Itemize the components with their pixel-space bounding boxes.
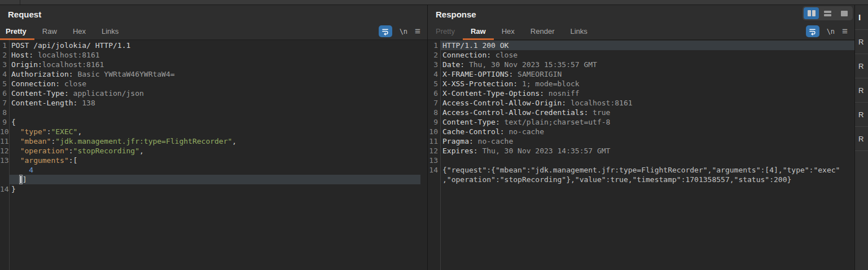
inspector-header[interactable]: I	[855, 5, 868, 30]
code-line: 12 "operation":"stopRecording",	[0, 146, 427, 156]
line-number: 11	[0, 136, 9, 146]
line-number: 10	[428, 127, 440, 136]
code-line: 4Authorization: Basic YWRtaW46YWRtaW4=	[0, 69, 427, 79]
code-line: 5X-XSS-Protection: 1; mode=block	[428, 79, 854, 88]
response-tab-hex[interactable]: Hex	[494, 23, 523, 39]
line-number: 7	[428, 98, 440, 108]
inspector-section[interactable]: R	[855, 54, 868, 78]
code-line: 6Content-Type: application/json	[0, 88, 427, 98]
code-line: 8Access-Control-Allow-Credentials: true	[428, 108, 854, 117]
line-number: 10	[0, 127, 9, 136]
tab-label: Hex	[502, 27, 515, 36]
code-line: 3Date: Thu, 30 Nov 2023 15:35:57 GMT	[428, 60, 854, 69]
line-number: 5	[0, 79, 9, 88]
code-line: 11Pragma: no-cache	[428, 136, 854, 146]
show-newlines-toggle[interactable]: \n	[400, 28, 407, 36]
code-line: 10Cache-Control: no-cache	[428, 127, 854, 136]
line-number	[0, 175, 9, 184]
inspector-section[interactable]: R	[855, 30, 868, 54]
line-number: 9	[0, 117, 9, 127]
line-number	[428, 175, 440, 184]
split-rows-button[interactable]	[820, 7, 835, 19]
code-line: 7Access-Control-Allow-Origin: localhost:…	[428, 98, 854, 108]
tab-label: Links	[570, 27, 587, 36]
request-tab-raw[interactable]: Raw	[34, 23, 65, 39]
request-tab-hex[interactable]: Hex	[65, 23, 94, 39]
code-line: 13	[428, 156, 854, 165]
code-line: 9Content-Type: text/plain;charset=utf-8	[428, 117, 854, 127]
code-line: 4X-FRAME-OPTIONS: SAMEORIGIN	[428, 69, 854, 79]
request-editor-toolbar: \n ≡	[379, 23, 427, 39]
line-number: 12	[0, 146, 9, 156]
line-number: 11	[428, 136, 440, 146]
code-line: 10 "type":"EXEC",	[0, 127, 427, 136]
tab-label: Raw	[42, 27, 57, 36]
split-columns-icon	[808, 10, 816, 16]
line-number: 8	[428, 108, 440, 117]
split-columns-button[interactable]	[804, 7, 819, 19]
tab-label: Render	[531, 27, 555, 36]
line-number: 6	[0, 88, 9, 98]
text-caret	[20, 176, 21, 183]
line-number: 1	[0, 41, 9, 50]
inspector-section[interactable]: R	[855, 78, 868, 103]
tab-label: Raw	[471, 27, 486, 36]
line-number: 3	[0, 60, 9, 69]
layout-switcher	[803, 6, 853, 20]
editor-menu-icon[interactable]: ≡	[842, 26, 848, 36]
request-panel: Request Pretty Raw Hex Links \n ≡ 1POST …	[0, 5, 428, 270]
tab-label: Hex	[73, 27, 86, 36]
code-line: 3Origin:localhost:8161	[0, 60, 427, 69]
editor-menu-icon[interactable]: ≡	[415, 26, 420, 36]
code-line: 14{"request":{"mbean":"jdk.management.jf…	[428, 165, 854, 175]
code-line: 14}	[0, 184, 427, 194]
response-editor[interactable]: 1HTTP/1.1 200 OK2Connection: close3Date:…	[428, 40, 854, 270]
line-number: 2	[428, 50, 440, 60]
top-edge-divider	[20, 0, 20, 5]
code-line: ]	[0, 175, 427, 184]
code-line: 12Expires: Thu, 30 Nov 2023 14:35:57 GMT	[428, 146, 854, 156]
word-wrap-toggle[interactable]	[379, 25, 392, 37]
code-line: 7Content-Length: 138	[0, 98, 427, 108]
code-line: 8	[0, 108, 427, 117]
single-pane-button[interactable]	[836, 7, 852, 19]
word-wrap-toggle[interactable]	[806, 25, 819, 37]
request-panel-title: Request	[0, 5, 427, 23]
request-tab-links[interactable]: Links	[94, 23, 126, 39]
request-editor[interactable]: 1POST /api/jolokia/ HTTP/1.12Host: local…	[0, 40, 427, 270]
response-tab-pretty[interactable]: Pretty	[428, 23, 463, 39]
request-tab-pretty[interactable]: Pretty	[0, 23, 34, 39]
response-tab-links[interactable]: Links	[562, 23, 595, 39]
line-number: 1	[428, 41, 440, 50]
line-number: 3	[428, 60, 440, 69]
split-rows-icon	[824, 11, 831, 16]
code-line: 4	[0, 165, 427, 175]
word-wrap-icon	[808, 27, 817, 36]
tab-label: Pretty	[6, 27, 27, 36]
line-number: 12	[428, 146, 440, 156]
request-tabs-row: Pretty Raw Hex Links \n ≡	[0, 23, 427, 40]
single-pane-icon	[841, 11, 848, 16]
inspector-rail: IRRRRR	[855, 5, 868, 270]
inspector-section[interactable]: R	[855, 127, 868, 151]
response-tab-render[interactable]: Render	[523, 23, 563, 39]
tab-label: Links	[102, 27, 119, 36]
code-line: 5Connection: close	[0, 79, 427, 88]
show-newlines-toggle[interactable]: \n	[827, 28, 835, 36]
code-line: ,"operation":"stopRecording"},"value":tr…	[428, 175, 854, 184]
line-number: 8	[0, 108, 9, 117]
line-number: 13	[428, 156, 440, 165]
response-editor-toolbar: \n ≡	[806, 23, 854, 39]
message-editor-split: Request Pretty Raw Hex Links \n ≡ 1POST …	[0, 5, 868, 270]
code-line: 13 "arguments":[	[0, 156, 427, 165]
response-tab-raw[interactable]: Raw	[463, 23, 494, 39]
line-number: 14	[428, 165, 440, 175]
inspector-section[interactable]: R	[855, 103, 868, 127]
line-number: 2	[0, 50, 9, 60]
code-line: 9{	[0, 117, 427, 127]
code-line: 11 "mbean":"jdk.management.jfr:type=Flig…	[0, 136, 427, 146]
line-number: 4	[428, 69, 440, 79]
response-panel-title: Response	[428, 5, 854, 23]
line-number	[0, 165, 9, 175]
code-line: 1HTTP/1.1 200 OK	[428, 41, 854, 50]
